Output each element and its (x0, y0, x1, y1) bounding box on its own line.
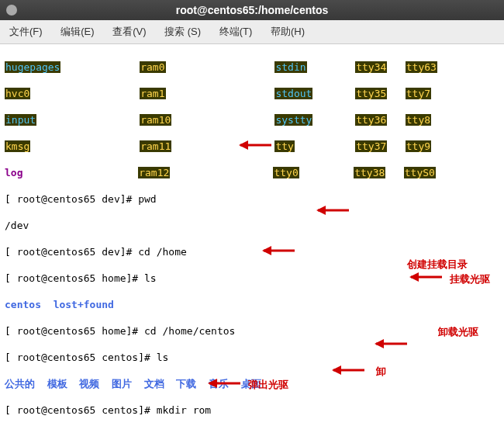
dev-entry: tty9 (406, 140, 431, 152)
terminal-window: root@centos65:/home/centos 文件(F) 编辑(E) 查… (0, 0, 504, 426)
listing-row: kmsg ram11 tty tty37 tty9 (5, 140, 499, 153)
cmd-cd-centos: [ root@centos65 home]# cd /home/centos (5, 324, 499, 338)
menu-edit[interactable]: 编辑(E) (60, 26, 94, 37)
dev-entry: stdout (274, 88, 312, 99)
dir-entry: centos (5, 299, 41, 310)
annotation-mkdir: 创建挂载目录 (407, 258, 468, 271)
dev-entry: kmsg (5, 140, 30, 152)
dev-entry: ram1 (140, 88, 165, 99)
annotation-eject: 弹出光驱 (248, 378, 288, 391)
dev-entry: hugepages (5, 61, 60, 73)
dev-entry: tty8 (406, 114, 431, 126)
dir-entry: lost+found (54, 299, 114, 310)
listing-row: input ram10 systty tty36 tty8 (5, 113, 499, 126)
menu-file[interactable]: 文件(F) (9, 26, 43, 37)
dev-entry: tty35 (355, 88, 387, 99)
dev-entry: tty0 (273, 167, 299, 178)
dev-entry: tty7 (406, 88, 431, 99)
annotation-umount2: 卸 (376, 365, 386, 378)
dev-entry: systty (274, 114, 312, 126)
dev-entry: tty (274, 140, 294, 152)
titlebar: root@centos65:/home/centos (0, 0, 504, 20)
dev-entry: input (5, 114, 36, 126)
dev-entry: tty38 (354, 167, 385, 178)
dev-entry: log (5, 167, 22, 178)
dev-entry: ram12 (138, 167, 170, 178)
terminal-body[interactable]: hugepages ram0 stdin tty34 tty63 hvc0 ra… (0, 44, 504, 426)
output-ls-home: centos lost+found (5, 298, 499, 311)
menu-help[interactable]: 帮助(H) (271, 26, 305, 37)
annotation-umount: 卸载光驱 (438, 325, 478, 338)
cmd-mkdir: [ root@centos65 centos]# mkdir rom (5, 403, 499, 417)
listing-row: hugepages ram0 stdin tty34 tty63 (5, 61, 499, 74)
menu-terminal[interactable]: 终端(T) (219, 26, 253, 37)
output-pwd: /dev (5, 219, 499, 232)
dev-entry: stdin (274, 61, 306, 73)
dev-entry: ram10 (140, 114, 171, 126)
menubar: 文件(F) 编辑(E) 查看(V) 搜索 (S) 终端(T) 帮助(H) (0, 20, 504, 44)
dev-entry: ram11 (140, 140, 171, 152)
dev-entry: hvc0 (5, 88, 30, 99)
annotation-mount: 挂载光驱 (450, 272, 490, 286)
cmd-pwd: [ root@centos65 dev]# pwd (5, 192, 499, 206)
listing-row: hvc0 ram1 stdout tty35 tty7 (5, 87, 499, 100)
dev-entry: tty36 (355, 114, 387, 126)
listing-row: log ram12 tty0 tty38 ttyS0 (5, 166, 499, 179)
dev-entry: ram0 (140, 61, 165, 73)
dev-entry: tty37 (355, 140, 387, 152)
window-title: root@centos65:/home/centos (176, 4, 328, 16)
menu-view[interactable]: 查看(V) (112, 26, 146, 37)
close-button[interactable] (6, 5, 17, 16)
dev-entry: ttyS0 (404, 167, 436, 178)
dev-entry: tty34 (355, 61, 387, 73)
cmd-ls: [ root@centos65 home]# ls (5, 272, 499, 285)
cmd-cd-home: [ root@centos65 dev]# cd /home (5, 245, 499, 258)
cmd-ls2: [ root@centos65 centos]# ls (5, 351, 499, 364)
menu-search[interactable]: 搜索 (S) (164, 26, 201, 37)
dev-entry: tty63 (406, 61, 437, 73)
